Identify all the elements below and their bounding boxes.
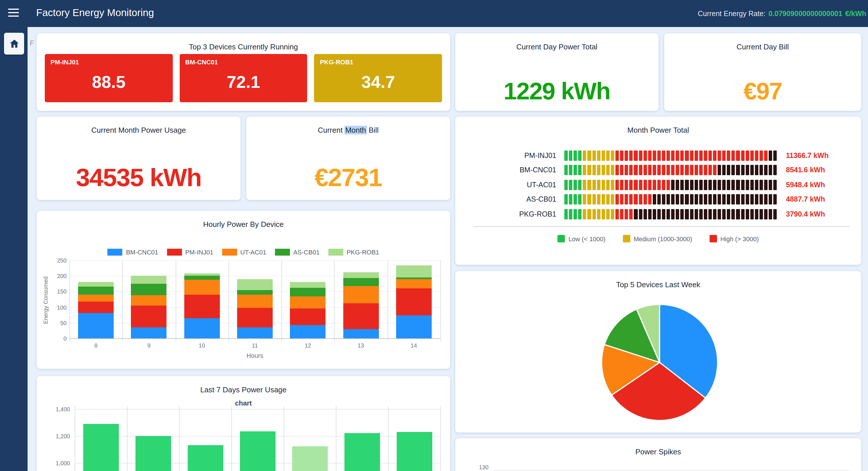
device-name: BM-CNC01 (179, 54, 307, 65)
gauge-value-label: 4887.7 kWh (786, 196, 825, 204)
gauge-led-segment (760, 195, 763, 205)
gauge-led-segment (666, 165, 670, 175)
stacked-bar-segment (184, 279, 220, 294)
gauge-row: UT-AC015948.4 kWh (467, 177, 849, 192)
gauge-led-bar (564, 209, 777, 219)
month-bill-value: €2731 (246, 163, 450, 192)
legend-item: Medium (1000-3000) (623, 235, 692, 242)
bar (187, 445, 223, 471)
gauge-led-segment (653, 180, 656, 190)
gauge-led-segment (745, 209, 749, 219)
gauge-led-segment (727, 180, 731, 190)
gridline (388, 406, 389, 471)
gauge-led-segment (662, 150, 665, 161)
legend-swatch (557, 235, 565, 242)
legend-item: PM-INJ01 (167, 249, 213, 256)
gauge-led-segment (574, 195, 577, 205)
gauge-row: AS-CB014887.7 kWh (467, 192, 849, 207)
stacked-bar-segment (290, 325, 326, 338)
gauge-led-segment (694, 150, 698, 161)
gauge-led-segment (666, 150, 670, 161)
gauge-led-segment (718, 209, 721, 219)
stacked-bar-segment (78, 287, 114, 294)
legend-item: UT-AC01 (222, 249, 267, 256)
gauge-led-segment (773, 150, 777, 161)
menu-icon[interactable] (8, 9, 19, 18)
gauge-led-segment (639, 195, 642, 205)
gauge-led-segment (662, 209, 665, 219)
bar (396, 432, 432, 471)
gauge-led-segment (588, 195, 591, 205)
gauge-led-segment (634, 209, 638, 219)
gauge-led-segment (592, 150, 596, 161)
gauge-led-segment (662, 165, 665, 175)
gauge-led-segment (653, 195, 656, 205)
gauge-value-label: 8541.6 kWh (786, 166, 825, 174)
gauge-led-segment (769, 150, 772, 161)
gauge-led-segment (704, 150, 707, 161)
gauge-led-segment (685, 165, 689, 175)
gauge-led-segment (755, 209, 758, 219)
card-title: Current Month Power Usage (37, 117, 241, 135)
energy-rate-value: 0.07909000000000001 (768, 9, 842, 18)
gauge-led-segment (722, 180, 725, 190)
month-power-usage-value: 34535 kWh (37, 163, 241, 192)
stacked-bar-segment (396, 277, 432, 279)
legend-label: Medium (1000-3000) (633, 235, 692, 242)
gauge-led-segment (578, 165, 582, 175)
gridline (69, 260, 70, 341)
gauge-led-segment (601, 209, 605, 219)
gauge-led-segment (690, 209, 693, 219)
gauge-led-segment (681, 195, 684, 205)
gauge-led-segment (648, 180, 651, 190)
gauge-led-segment (597, 150, 600, 161)
gauge-led-segment (639, 209, 642, 219)
stacked-bar-segment (78, 301, 114, 313)
device-name: PM-INJ01 (45, 54, 173, 65)
gauge-row: BM-CNC018541.6 kWh (467, 163, 849, 177)
gauge-device-label: UT-AC01 (467, 181, 564, 189)
gauge-led-segment (699, 165, 702, 175)
x-tick-label: 13 (334, 342, 388, 349)
y-tick-label: 1,200 (41, 433, 70, 439)
legend-item: BM-CNC01 (107, 249, 158, 256)
day-power-total-value: 1229 kWh (455, 78, 658, 105)
legend-label: High (> 3000) (720, 235, 759, 242)
stacked-bar-segment (131, 305, 167, 327)
gauge-led-segment (629, 209, 633, 219)
stacked-bar-segment (131, 327, 167, 338)
gauge-led-segment (653, 209, 656, 219)
gauge-led-segment (643, 180, 647, 190)
gauge-led-segment (699, 195, 702, 205)
gauge-led-segment (611, 195, 614, 205)
gauge-led-segment (615, 165, 619, 175)
divider (474, 226, 849, 227)
gauge-led-segment (634, 165, 638, 175)
bar (292, 446, 328, 471)
y-tick-label: 100 (41, 304, 67, 311)
card-title: Top 3 Devices Currently Running (37, 33, 450, 51)
gauge-row: PM-INJ0111366.7 kWh (467, 148, 849, 163)
gridline (284, 406, 284, 471)
y-tick-label: 50 (41, 320, 67, 326)
card-title: Current Day Power Total (455, 33, 658, 51)
legend-label: PKG-ROB1 (346, 249, 379, 256)
gauge-led-segment (597, 195, 600, 205)
gauge-led-segment (657, 195, 661, 205)
card-title: Current Day Bill (664, 33, 861, 51)
gauge-led-segment (597, 180, 600, 190)
gauge-led-segment (699, 209, 702, 219)
gauge-led-segment (685, 209, 689, 219)
gauge-led-segment (755, 150, 758, 161)
stacked-bar-segment (343, 278, 379, 286)
gauge-led-segment (764, 165, 768, 175)
gauge-led-segment (718, 150, 721, 161)
stacked-bar-segment (343, 303, 379, 329)
card-title: Current Month Bill (246, 117, 450, 135)
gridline (336, 406, 336, 471)
gauge-led-segment (578, 195, 582, 205)
gauge-led-segment (722, 209, 725, 219)
stacked-bar-segment (343, 286, 379, 303)
gauge-led-bar (564, 150, 777, 161)
home-button[interactable] (4, 33, 24, 55)
